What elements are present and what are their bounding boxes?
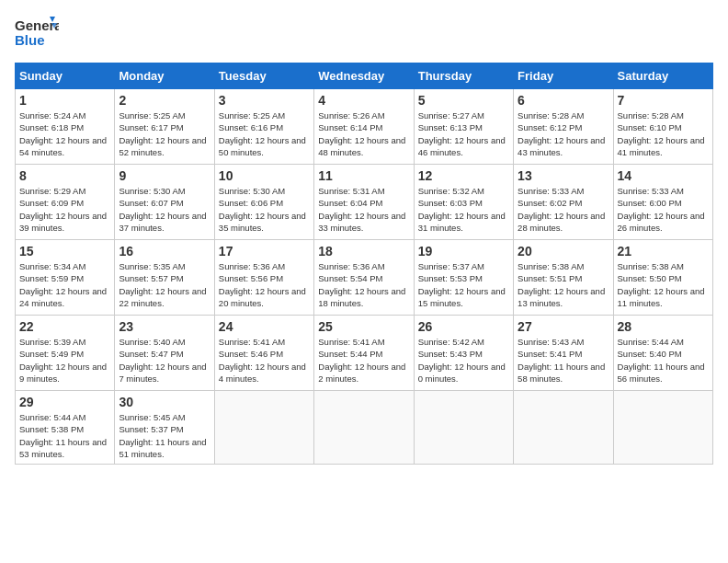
cell-info: Sunrise: 5:39 AMSunset: 5:49 PMDaylight:…	[19, 337, 107, 384]
day-number: 1	[19, 93, 110, 108]
cell-info: Sunrise: 5:24 AMSunset: 6:18 PMDaylight:…	[19, 110, 107, 157]
cell-info: Sunrise: 5:29 AMSunset: 6:09 PMDaylight:…	[19, 186, 107, 233]
day-number: 21	[618, 244, 709, 259]
day-number: 5	[418, 93, 509, 108]
weekday-header: Sunday	[16, 63, 115, 89]
calendar-cell: 2Sunrise: 5:25 AMSunset: 6:17 PMDaylight…	[115, 89, 214, 165]
day-number: 10	[219, 168, 310, 183]
day-number: 24	[219, 319, 310, 334]
calendar-cell: 1Sunrise: 5:24 AMSunset: 6:18 PMDaylight…	[16, 89, 115, 165]
cell-info: Sunrise: 5:38 AMSunset: 5:51 PMDaylight:…	[518, 261, 605, 308]
calendar-table: SundayMondayTuesdayWednesdayThursdayFrid…	[15, 63, 713, 465]
calendar-week-row: 29Sunrise: 5:44 AMSunset: 5:38 PMDayligh…	[16, 391, 713, 465]
weekday-header: Saturday	[613, 63, 712, 89]
day-number: 12	[418, 168, 509, 183]
day-number: 4	[318, 93, 409, 108]
cell-info: Sunrise: 5:25 AMSunset: 6:17 PMDaylight:…	[119, 110, 206, 157]
cell-info: Sunrise: 5:32 AMSunset: 6:03 PMDaylight:…	[418, 186, 506, 233]
cell-info: Sunrise: 5:41 AMSunset: 5:44 PMDaylight:…	[318, 337, 405, 384]
cell-info: Sunrise: 5:38 AMSunset: 5:50 PMDaylight:…	[618, 261, 705, 308]
day-number: 11	[318, 168, 409, 183]
calendar-container: General Blue SundayMondayTuesdayWednesda…	[0, 0, 728, 472]
day-number: 8	[19, 168, 110, 183]
cell-info: Sunrise: 5:44 AMSunset: 5:38 PMDaylight:…	[19, 412, 107, 459]
weekday-header-row: SundayMondayTuesdayWednesdayThursdayFrid…	[16, 63, 713, 89]
day-number: 7	[618, 93, 709, 108]
calendar-cell: 9Sunrise: 5:30 AMSunset: 6:07 PMDaylight…	[115, 165, 214, 240]
calendar-cell	[514, 391, 613, 465]
day-number: 22	[19, 319, 110, 334]
cell-info: Sunrise: 5:28 AMSunset: 6:10 PMDaylight:…	[618, 110, 705, 157]
day-number: 9	[119, 168, 210, 183]
calendar-cell: 29Sunrise: 5:44 AMSunset: 5:38 PMDayligh…	[16, 391, 115, 465]
calendar-cell: 10Sunrise: 5:30 AMSunset: 6:06 PMDayligh…	[214, 165, 313, 240]
calendar-week-row: 8Sunrise: 5:29 AMSunset: 6:09 PMDaylight…	[16, 165, 713, 240]
svg-text:Blue: Blue	[15, 32, 45, 48]
calendar-cell: 8Sunrise: 5:29 AMSunset: 6:09 PMDaylight…	[16, 165, 115, 240]
calendar-cell	[214, 391, 313, 465]
day-number: 23	[119, 319, 210, 334]
calendar-cell	[314, 391, 414, 465]
day-number: 28	[618, 319, 709, 334]
day-number: 19	[418, 244, 509, 259]
cell-info: Sunrise: 5:36 AMSunset: 5:56 PMDaylight:…	[219, 261, 306, 308]
day-number: 6	[518, 93, 609, 108]
cell-info: Sunrise: 5:35 AMSunset: 5:57 PMDaylight:…	[119, 261, 206, 308]
day-number: 16	[119, 244, 210, 259]
cell-info: Sunrise: 5:25 AMSunset: 6:16 PMDaylight:…	[219, 110, 306, 157]
day-number: 26	[418, 319, 509, 334]
calendar-cell: 18Sunrise: 5:36 AMSunset: 5:54 PMDayligh…	[314, 240, 414, 316]
day-number: 29	[19, 395, 110, 409]
cell-info: Sunrise: 5:30 AMSunset: 6:07 PMDaylight:…	[119, 186, 206, 233]
calendar-cell: 6Sunrise: 5:28 AMSunset: 6:12 PMDaylight…	[514, 89, 613, 165]
day-number: 14	[618, 168, 709, 183]
day-number: 27	[518, 319, 609, 334]
logo: General Blue	[15, 15, 59, 52]
calendar-cell: 15Sunrise: 5:34 AMSunset: 5:59 PMDayligh…	[16, 240, 115, 316]
calendar-cell: 25Sunrise: 5:41 AMSunset: 5:44 PMDayligh…	[314, 316, 414, 391]
calendar-cell	[613, 391, 712, 465]
day-number: 25	[318, 319, 409, 334]
cell-info: Sunrise: 5:36 AMSunset: 5:54 PMDaylight:…	[318, 261, 405, 308]
calendar-cell: 17Sunrise: 5:36 AMSunset: 5:56 PMDayligh…	[214, 240, 313, 316]
cell-info: Sunrise: 5:27 AMSunset: 6:13 PMDaylight:…	[418, 110, 506, 157]
calendar-week-row: 15Sunrise: 5:34 AMSunset: 5:59 PMDayligh…	[16, 240, 713, 316]
day-number: 13	[518, 168, 609, 183]
day-number: 30	[119, 395, 210, 409]
weekday-header: Thursday	[414, 63, 513, 89]
cell-info: Sunrise: 5:31 AMSunset: 6:04 PMDaylight:…	[318, 186, 405, 233]
calendar-cell: 14Sunrise: 5:33 AMSunset: 6:00 PMDayligh…	[613, 165, 712, 240]
weekday-header: Wednesday	[314, 63, 414, 89]
calendar-header: General Blue	[15, 15, 713, 52]
calendar-cell: 27Sunrise: 5:43 AMSunset: 5:41 PMDayligh…	[514, 316, 613, 391]
calendar-cell: 20Sunrise: 5:38 AMSunset: 5:51 PMDayligh…	[514, 240, 613, 316]
calendar-cell: 12Sunrise: 5:32 AMSunset: 6:03 PMDayligh…	[414, 165, 513, 240]
calendar-cell: 13Sunrise: 5:33 AMSunset: 6:02 PMDayligh…	[514, 165, 613, 240]
cell-info: Sunrise: 5:34 AMSunset: 5:59 PMDaylight:…	[19, 261, 107, 308]
day-number: 17	[219, 244, 310, 259]
logo-icon: General Blue	[15, 15, 59, 52]
calendar-cell	[414, 391, 513, 465]
calendar-cell: 28Sunrise: 5:44 AMSunset: 5:40 PMDayligh…	[613, 316, 712, 391]
cell-info: Sunrise: 5:28 AMSunset: 6:12 PMDaylight:…	[518, 110, 605, 157]
calendar-cell: 23Sunrise: 5:40 AMSunset: 5:47 PMDayligh…	[115, 316, 214, 391]
calendar-cell: 16Sunrise: 5:35 AMSunset: 5:57 PMDayligh…	[115, 240, 214, 316]
cell-info: Sunrise: 5:44 AMSunset: 5:40 PMDaylight:…	[618, 337, 705, 384]
cell-info: Sunrise: 5:42 AMSunset: 5:43 PMDaylight:…	[418, 337, 506, 384]
day-number: 2	[119, 93, 210, 108]
day-number: 3	[219, 93, 310, 108]
calendar-cell: 22Sunrise: 5:39 AMSunset: 5:49 PMDayligh…	[16, 316, 115, 391]
cell-info: Sunrise: 5:30 AMSunset: 6:06 PMDaylight:…	[219, 186, 306, 233]
cell-info: Sunrise: 5:33 AMSunset: 6:00 PMDaylight:…	[618, 186, 705, 233]
calendar-cell: 11Sunrise: 5:31 AMSunset: 6:04 PMDayligh…	[314, 165, 414, 240]
cell-info: Sunrise: 5:43 AMSunset: 5:41 PMDaylight:…	[518, 337, 605, 384]
day-number: 20	[518, 244, 609, 259]
cell-info: Sunrise: 5:33 AMSunset: 6:02 PMDaylight:…	[518, 186, 605, 233]
weekday-header: Friday	[514, 63, 613, 89]
calendar-cell: 19Sunrise: 5:37 AMSunset: 5:53 PMDayligh…	[414, 240, 513, 316]
calendar-cell: 4Sunrise: 5:26 AMSunset: 6:14 PMDaylight…	[314, 89, 414, 165]
calendar-cell: 26Sunrise: 5:42 AMSunset: 5:43 PMDayligh…	[414, 316, 513, 391]
calendar-cell: 3Sunrise: 5:25 AMSunset: 6:16 PMDaylight…	[214, 89, 313, 165]
cell-info: Sunrise: 5:37 AMSunset: 5:53 PMDaylight:…	[418, 261, 506, 308]
cell-info: Sunrise: 5:45 AMSunset: 5:37 PMDaylight:…	[119, 412, 206, 459]
